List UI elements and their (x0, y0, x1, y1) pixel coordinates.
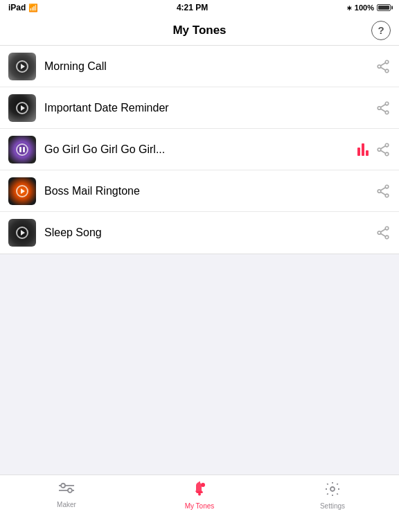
tone-item-2[interactable]: Important Date Reminder (0, 87, 399, 129)
svg-point-0 (385, 60, 389, 64)
svg-point-1 (378, 64, 381, 68)
status-bar: iPad 📶 4:21 PM ∗ 100% (0, 0, 399, 15)
status-left: iPad 📶 (8, 3, 38, 12)
tone-name-2: Important Date Reminder (44, 102, 375, 114)
tone-item-3[interactable]: Go Girl Go Girl Go Girl... (0, 129, 399, 170)
item-actions-1 (375, 59, 391, 74)
tone-item-5[interactable]: Sleep Song (0, 212, 399, 254)
svg-line-18 (381, 187, 386, 190)
tab-my-tones-label: My Tones (185, 502, 215, 510)
tone-item-1[interactable]: Morning Call (0, 46, 399, 87)
svg-point-10 (385, 143, 389, 147)
pause-bar-right (23, 147, 25, 152)
tone-item-4[interactable]: Boss Mail Ringtone (0, 170, 399, 212)
device-label: iPad (8, 3, 26, 12)
tone-name-3: Go Girl Go Girl Go Girl... (44, 143, 357, 156)
settings-icon (324, 481, 341, 500)
play-icon-1 (16, 60, 28, 73)
thumbnail-4 (8, 177, 36, 205)
svg-line-4 (381, 67, 386, 70)
share-button-1[interactable] (375, 59, 391, 74)
play-icon-4 (16, 185, 28, 197)
battery-percent: 100% (355, 3, 374, 12)
thumbnail-3 (8, 136, 36, 163)
tone-name-1: Morning Call (44, 60, 375, 73)
my-tones-icon (191, 481, 208, 500)
tab-bar: Maker My Tones Settings (0, 475, 399, 532)
svg-point-11 (378, 148, 381, 151)
tone-list: Morning Call Important Date Reminder (0, 46, 399, 254)
bluetooth-icon: ∗ (346, 4, 352, 12)
item-actions-3 (357, 142, 391, 157)
svg-point-6 (378, 106, 381, 109)
share-button-5[interactable] (375, 225, 391, 240)
tone-name-4: Boss Mail Ringtone (44, 185, 375, 197)
tab-settings-label: Settings (320, 502, 345, 510)
svg-point-31 (198, 493, 201, 496)
waveform-icon-3 (357, 143, 369, 156)
thumbnail-1 (8, 53, 36, 80)
svg-point-7 (385, 111, 389, 114)
pause-bar-left (19, 147, 21, 152)
tab-settings[interactable]: Settings (266, 481, 399, 510)
item-actions-2 (375, 100, 391, 116)
status-right: ∗ 100% (346, 3, 391, 12)
waveform-bar-2 (362, 143, 364, 156)
share-button-4[interactable] (375, 184, 391, 199)
share-button-3[interactable] (375, 142, 391, 157)
tab-maker-label: Maker (57, 501, 76, 508)
waveform-bar-3 (366, 150, 369, 156)
svg-line-19 (381, 192, 386, 195)
tone-name-5: Sleep Song (44, 227, 375, 239)
svg-point-17 (385, 194, 389, 197)
svg-line-3 (381, 62, 386, 65)
item-actions-4 (375, 184, 391, 199)
thumbnail-2 (8, 94, 36, 122)
item-actions-5 (375, 225, 391, 240)
svg-point-27 (61, 484, 65, 488)
svg-point-2 (385, 69, 389, 73)
svg-point-22 (385, 236, 389, 239)
play-icon-2 (16, 102, 28, 114)
nav-bar: My Tones ? (0, 15, 399, 46)
svg-line-8 (381, 104, 386, 107)
svg-line-14 (381, 150, 386, 153)
status-time: 4:21 PM (177, 3, 208, 12)
waveform-bar-1 (357, 148, 360, 156)
svg-line-23 (381, 229, 386, 232)
svg-point-32 (201, 483, 205, 487)
pause-icon-3 (16, 143, 28, 156)
battery-icon (377, 4, 391, 11)
svg-point-33 (330, 487, 335, 491)
svg-point-28 (68, 488, 72, 493)
wifi-icon: 📶 (28, 3, 38, 12)
svg-line-9 (381, 109, 386, 112)
help-button[interactable]: ? (371, 21, 391, 40)
svg-point-21 (378, 231, 381, 235)
play-icon-5 (16, 227, 28, 239)
thumbnail-5 (8, 219, 36, 247)
svg-point-12 (385, 152, 389, 156)
svg-point-5 (385, 102, 389, 105)
maker-icon (57, 481, 76, 499)
tab-maker[interactable]: Maker (0, 481, 133, 508)
svg-line-13 (381, 145, 386, 148)
svg-point-20 (385, 227, 389, 230)
share-button-2[interactable] (375, 100, 391, 116)
svg-rect-30 (199, 481, 200, 483)
svg-point-16 (378, 189, 381, 193)
svg-point-15 (385, 185, 389, 188)
svg-line-24 (381, 233, 386, 236)
tab-my-tones[interactable]: My Tones (133, 481, 266, 510)
nav-title: My Tones (172, 24, 226, 37)
